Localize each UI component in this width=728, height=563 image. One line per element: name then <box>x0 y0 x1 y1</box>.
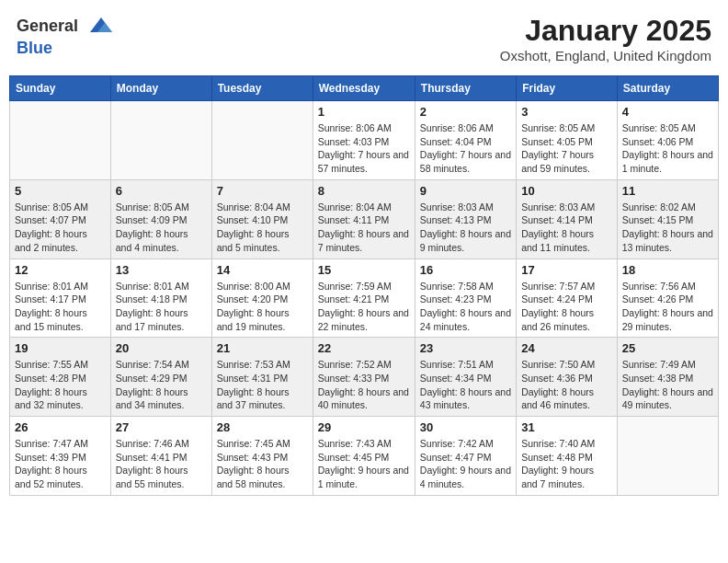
day-info: Sunrise: 7:43 AMSunset: 4:45 PMDaylight:… <box>318 437 410 491</box>
calendar-cell: 10Sunrise: 8:03 AMSunset: 4:14 PMDayligh… <box>517 179 618 259</box>
logo: General Blue <box>17 14 114 58</box>
calendar-cell: 14Sunrise: 8:00 AMSunset: 4:20 PMDayligh… <box>211 259 313 338</box>
calendar-cell: 29Sunrise: 7:43 AMSunset: 4:45 PMDayligh… <box>313 417 415 496</box>
day-info: Sunrise: 8:05 AMSunset: 4:07 PMDaylight:… <box>15 201 106 255</box>
day-number: 3 <box>521 105 612 119</box>
day-number: 25 <box>622 341 713 355</box>
day-info: Sunrise: 7:50 AMSunset: 4:36 PMDaylight:… <box>521 358 612 412</box>
calendar-cell: 11Sunrise: 8:02 AMSunset: 4:15 PMDayligh… <box>617 179 718 259</box>
column-header-friday: Friday <box>517 76 618 101</box>
calendar-cell: 3Sunrise: 8:05 AMSunset: 4:05 PMDaylight… <box>517 101 618 180</box>
day-number: 17 <box>521 263 612 277</box>
day-number: 28 <box>217 420 308 434</box>
day-info: Sunrise: 8:04 AMSunset: 4:11 PMDaylight:… <box>318 201 410 255</box>
day-number: 21 <box>217 341 308 355</box>
column-header-tuesday: Tuesday <box>211 76 313 101</box>
day-info: Sunrise: 8:02 AMSunset: 4:15 PMDaylight:… <box>622 201 713 255</box>
calendar-cell: 27Sunrise: 7:46 AMSunset: 4:41 PMDayligh… <box>110 417 211 496</box>
calendar-cell <box>617 417 718 496</box>
day-info: Sunrise: 7:56 AMSunset: 4:26 PMDaylight:… <box>622 280 713 334</box>
title-area: January 2025 Oxshott, England, United Ki… <box>500 14 711 63</box>
calendar-week-row: 12Sunrise: 8:01 AMSunset: 4:17 PMDayligh… <box>10 259 719 338</box>
day-info: Sunrise: 7:46 AMSunset: 4:41 PMDaylight:… <box>116 437 207 491</box>
day-number: 2 <box>420 105 511 119</box>
day-number: 23 <box>420 341 511 355</box>
day-number: 29 <box>318 420 410 434</box>
day-number: 9 <box>420 184 511 198</box>
calendar-cell: 12Sunrise: 8:01 AMSunset: 4:17 PMDayligh… <box>10 259 111 338</box>
calendar-cell: 13Sunrise: 8:01 AMSunset: 4:18 PMDayligh… <box>110 259 211 338</box>
day-info: Sunrise: 7:45 AMSunset: 4:43 PMDaylight:… <box>217 437 308 491</box>
column-header-monday: Monday <box>110 76 211 101</box>
day-info: Sunrise: 8:05 AMSunset: 4:05 PMDaylight:… <box>521 121 612 176</box>
calendar-cell: 31Sunrise: 7:40 AMSunset: 4:48 PMDayligh… <box>517 417 618 496</box>
calendar-cell: 5Sunrise: 8:05 AMSunset: 4:07 PMDaylight… <box>10 179 111 259</box>
day-number: 22 <box>318 341 410 355</box>
calendar-header-row: SundayMondayTuesdayWednesdayThursdayFrid… <box>10 76 719 101</box>
day-number: 13 <box>116 263 207 277</box>
day-number: 27 <box>116 420 207 434</box>
calendar-cell: 19Sunrise: 7:55 AMSunset: 4:28 PMDayligh… <box>10 338 111 417</box>
day-number: 15 <box>318 263 410 277</box>
day-number: 4 <box>622 105 713 119</box>
day-number: 26 <box>15 420 106 434</box>
calendar-cell: 25Sunrise: 7:49 AMSunset: 4:38 PMDayligh… <box>617 338 718 417</box>
day-info: Sunrise: 7:49 AMSunset: 4:38 PMDaylight:… <box>622 358 713 412</box>
calendar-cell: 2Sunrise: 8:06 AMSunset: 4:04 PMDaylight… <box>415 101 516 180</box>
calendar-cell: 8Sunrise: 8:04 AMSunset: 4:11 PMDaylight… <box>313 179 415 259</box>
day-info: Sunrise: 8:01 AMSunset: 4:17 PMDaylight:… <box>15 280 106 334</box>
day-number: 11 <box>622 184 713 198</box>
calendar-cell: 7Sunrise: 8:04 AMSunset: 4:10 PMDaylight… <box>211 179 313 259</box>
day-info: Sunrise: 8:04 AMSunset: 4:10 PMDaylight:… <box>217 201 308 255</box>
calendar-cell: 23Sunrise: 7:51 AMSunset: 4:34 PMDayligh… <box>415 338 516 417</box>
day-info: Sunrise: 7:58 AMSunset: 4:23 PMDaylight:… <box>420 280 511 334</box>
day-number: 10 <box>521 184 612 198</box>
day-number: 16 <box>420 263 511 277</box>
column-header-saturday: Saturday <box>617 76 718 101</box>
calendar-week-row: 19Sunrise: 7:55 AMSunset: 4:28 PMDayligh… <box>10 338 719 417</box>
day-info: Sunrise: 8:00 AMSunset: 4:20 PMDaylight:… <box>217 280 308 334</box>
day-number: 31 <box>521 420 612 434</box>
calendar-cell: 22Sunrise: 7:52 AMSunset: 4:33 PMDayligh… <box>313 338 415 417</box>
day-info: Sunrise: 8:06 AMSunset: 4:03 PMDaylight:… <box>318 121 410 176</box>
day-info: Sunrise: 8:01 AMSunset: 4:18 PMDaylight:… <box>116 280 207 334</box>
calendar-cell: 21Sunrise: 7:53 AMSunset: 4:31 PMDayligh… <box>211 338 313 417</box>
logo-general-text: General <box>17 17 78 35</box>
column-header-sunday: Sunday <box>10 76 111 101</box>
column-header-wednesday: Wednesday <box>313 76 415 101</box>
day-info: Sunrise: 8:06 AMSunset: 4:04 PMDaylight:… <box>420 121 511 176</box>
day-number: 6 <box>116 184 207 198</box>
calendar-cell: 26Sunrise: 7:47 AMSunset: 4:39 PMDayligh… <box>10 417 111 496</box>
day-info: Sunrise: 7:42 AMSunset: 4:47 PMDaylight:… <box>420 437 511 491</box>
calendar-cell: 4Sunrise: 8:05 AMSunset: 4:06 PMDaylight… <box>617 101 718 180</box>
day-info: Sunrise: 8:05 AMSunset: 4:09 PMDaylight:… <box>116 201 207 255</box>
day-info: Sunrise: 7:53 AMSunset: 4:31 PMDaylight:… <box>217 358 308 412</box>
calendar-week-row: 5Sunrise: 8:05 AMSunset: 4:07 PMDaylight… <box>10 179 719 259</box>
day-info: Sunrise: 8:03 AMSunset: 4:13 PMDaylight:… <box>420 201 511 255</box>
calendar-cell: 20Sunrise: 7:54 AMSunset: 4:29 PMDayligh… <box>110 338 211 417</box>
calendar-week-row: 1Sunrise: 8:06 AMSunset: 4:03 PMDaylight… <box>10 101 719 180</box>
calendar-cell <box>110 101 211 180</box>
day-info: Sunrise: 7:52 AMSunset: 4:33 PMDaylight:… <box>318 358 410 412</box>
calendar-cell: 15Sunrise: 7:59 AMSunset: 4:21 PMDayligh… <box>313 259 415 338</box>
calendar-cell: 9Sunrise: 8:03 AMSunset: 4:13 PMDaylight… <box>415 179 516 259</box>
day-info: Sunrise: 7:57 AMSunset: 4:24 PMDaylight:… <box>521 280 612 334</box>
calendar-cell: 17Sunrise: 7:57 AMSunset: 4:24 PMDayligh… <box>517 259 618 338</box>
month-title: January 2025 <box>500 14 711 48</box>
day-number: 1 <box>318 105 410 119</box>
column-header-thursday: Thursday <box>415 76 516 101</box>
calendar-cell: 24Sunrise: 7:50 AMSunset: 4:36 PMDayligh… <box>517 338 618 417</box>
day-number: 30 <box>420 420 511 434</box>
calendar-cell: 6Sunrise: 8:05 AMSunset: 4:09 PMDaylight… <box>110 179 211 259</box>
logo-blue-text: Blue <box>17 39 52 57</box>
day-info: Sunrise: 7:47 AMSunset: 4:39 PMDaylight:… <box>15 437 106 491</box>
day-info: Sunrise: 8:05 AMSunset: 4:06 PMDaylight:… <box>622 121 713 176</box>
day-number: 19 <box>15 341 106 355</box>
calendar-cell: 18Sunrise: 7:56 AMSunset: 4:26 PMDayligh… <box>617 259 718 338</box>
day-number: 18 <box>622 263 713 277</box>
day-number: 7 <box>217 184 308 198</box>
calendar-cell: 1Sunrise: 8:06 AMSunset: 4:03 PMDaylight… <box>313 101 415 180</box>
day-number: 8 <box>318 184 410 198</box>
day-info: Sunrise: 7:54 AMSunset: 4:29 PMDaylight:… <box>116 358 207 412</box>
day-info: Sunrise: 7:59 AMSunset: 4:21 PMDaylight:… <box>318 280 410 334</box>
